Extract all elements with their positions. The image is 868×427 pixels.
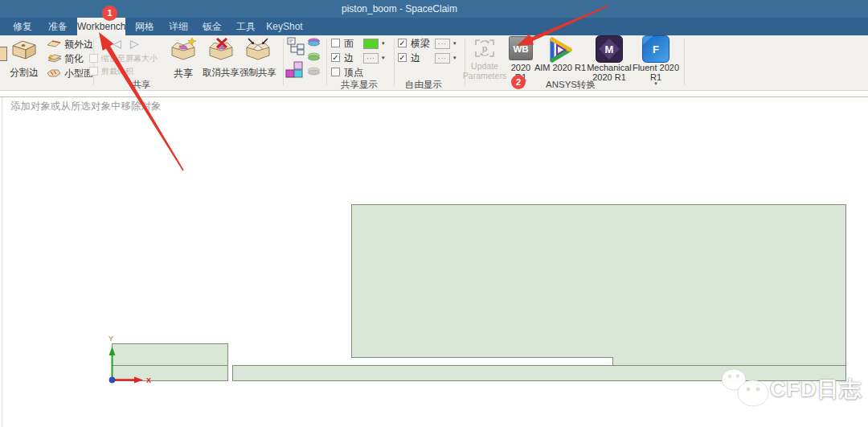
ribbon-separator [283, 39, 284, 85]
edge-style-dropdown-icon[interactable]: ▾ [382, 55, 385, 61]
free-display-beam-label: 横梁 [411, 38, 430, 49]
wechat-logo-icon [711, 363, 776, 420]
fit-screen-checkbox[interactable] [89, 54, 98, 63]
mechanical-button-line1[interactable]: Mechanical [583, 63, 635, 72]
status-hint-text: 添加对象或从所选对象中移除对象 [10, 100, 162, 113]
tab-repair[interactable]: 修复 [5, 18, 40, 35]
ribbon: 分割边 额外边 简化 小型面 ◁ ▷ 缩放至屏幕大小 剪裁体积 共享 [0, 35, 868, 91]
faces-multicolor-icon[interactable] [308, 38, 320, 47]
edge-style-button[interactable]: ··· [363, 53, 379, 64]
clip-volume-label: 剪裁体积 [101, 66, 133, 77]
tab-sheetmetal[interactable]: 钣金 [194, 18, 230, 35]
split-edge-icon[interactable] [10, 39, 38, 60]
clip-volume-checkbox[interactable] [89, 67, 98, 76]
share-display-face-checkbox[interactable] [331, 39, 340, 47]
share-display-edge-label: 边 [344, 52, 354, 64]
tab-prepare[interactable]: 准备 [40, 18, 76, 35]
free-display-edge-checkbox[interactable]: ✓ [398, 53, 407, 62]
extra-edges-button[interactable]: 额外边 [64, 39, 93, 50]
checkmark: ✓ [332, 53, 338, 62]
small-faces-icon[interactable] [47, 68, 61, 78]
window-title: piston_boom - SpaceClaim [342, 3, 457, 14]
wb-button-label-line1[interactable]: 2020 [506, 63, 536, 72]
svg-text:p: p [482, 43, 488, 53]
tab-tools[interactable]: 工具 [228, 18, 264, 35]
share-button[interactable]: 共享 [166, 67, 201, 80]
aim-logo-icon[interactable] [545, 35, 575, 64]
canvas-left-border [2, 97, 2, 427]
axis-triad[interactable]: Y X [100, 328, 161, 388]
update-parameters-button-line2: Parameters [462, 71, 507, 80]
spaceclaim-window: piston_boom - SpaceClaim 修复 准备 Workbench… [0, 0, 868, 427]
unshare-icon[interactable] [207, 38, 235, 62]
fluent-dropdown-icon[interactable]: ▾ [632, 80, 680, 87]
share-display-group-label: 共享显示 [323, 79, 395, 89]
force-share-button[interactable]: 强制共享 [238, 67, 278, 79]
sketch-face-large[interactable] [351, 204, 846, 358]
free-display-beam-checkbox[interactable]: ✓ [398, 39, 407, 47]
canvas-top-border [0, 96, 868, 97]
free-edge-style-button[interactable]: ··· [435, 53, 450, 64]
aim-button[interactable]: AIM 2020 R1 [534, 63, 587, 72]
tab-mesh[interactable]: 网格 [127, 18, 162, 35]
face-color-dropdown-icon[interactable]: ▾ [382, 40, 385, 47]
checkmark: ✓ [399, 53, 405, 62]
x-axis-label: X [146, 376, 151, 384]
tab-detail[interactable]: 详细 [161, 18, 196, 35]
share-display-face-label: 面 [344, 38, 354, 49]
extra-edges-icon[interactable] [47, 39, 61, 49]
simplify-icon[interactable] [47, 53, 62, 64]
fluent-logo-icon[interactable]: F [642, 35, 669, 63]
ansys-group-label: ANSYS转换 [526, 79, 615, 89]
y-axis-arrow-icon[interactable] [109, 347, 116, 355]
structure-tree-icon[interactable] [287, 37, 305, 56]
free-edge-style-dropdown-icon[interactable]: ▾ [453, 55, 457, 61]
svg-text:M: M [605, 43, 614, 55]
origin-point[interactable] [109, 377, 115, 383]
free-display-edge-label: 边 [411, 52, 420, 64]
share-icon[interactable] [169, 38, 198, 62]
free-display-group-label: 自由显示 [387, 79, 460, 89]
nav-back-icon[interactable]: ◁ [113, 37, 121, 50]
fluent-button-line1[interactable]: Fluent 2020 [632, 63, 680, 72]
share-display-vertex-label: 顶点 [344, 67, 363, 78]
beam-style-dropdown-icon[interactable]: ▾ [453, 40, 457, 47]
title-bar: piston_boom - SpaceClaim [0, 0, 868, 18]
watermark-text: CFD日志 [770, 375, 862, 404]
mechanical-logo-icon[interactable]: M [596, 35, 623, 63]
svg-text:WB: WB [513, 44, 528, 54]
ribbon-separator [684, 39, 685, 85]
unshare-button[interactable]: 取消共享 [201, 67, 241, 79]
tab-workbench[interactable]: Workbench [77, 18, 125, 35]
sketch-edge[interactable] [351, 357, 613, 358]
clipped-tool-icon[interactable] [0, 47, 7, 61]
update-parameters-button: Update [462, 61, 507, 71]
fit-screen-label: 缩放至屏幕大小 [101, 53, 158, 64]
faces-disabled-icon [308, 67, 320, 76]
x-axis-arrow-icon[interactable] [134, 377, 143, 384]
component-cubes-icon[interactable] [285, 60, 305, 80]
share-display-edge-checkbox[interactable]: ✓ [331, 53, 340, 62]
faces-green-icon[interactable] [308, 52, 320, 61]
beam-style-button[interactable]: ··· [435, 39, 450, 49]
split-edge-button[interactable]: 分割边 [5, 66, 43, 80]
svg-text:F: F [653, 43, 659, 55]
checkmark: ✓ [399, 39, 405, 47]
force-share-icon[interactable] [244, 38, 272, 62]
workbench-wb-icon[interactable]: WB [509, 36, 533, 60]
face-color-swatch[interactable] [363, 39, 379, 49]
ribbon-tab-bar: 修复 准备 Workbench 网格 详细 钣金 工具 KeyShot [0, 18, 868, 35]
simplify-button[interactable]: 简化 [64, 53, 84, 64]
tab-keyshot[interactable]: KeyShot [264, 18, 305, 35]
share-display-vertex-checkbox[interactable] [331, 68, 340, 76]
step-badge-2: 2 [511, 75, 526, 89]
step-badge-1: 1 [102, 6, 117, 21]
y-axis-label: Y [108, 335, 113, 343]
update-parameters-icon: p [473, 38, 496, 59]
nav-forward-icon[interactable]: ▷ [130, 37, 139, 50]
